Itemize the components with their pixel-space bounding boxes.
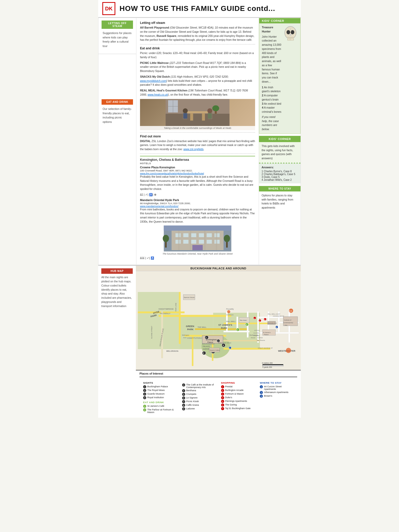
kids-corner-right-text: This gets kids involved with the sights,… (259, 142, 301, 163)
svg-rect-2 (185, 111, 210, 113)
shop-1-name: Prestat (225, 385, 233, 388)
find-out-more-para: DIGITAL ZSL London Zoo's interactive web… (140, 139, 255, 151)
shop-3: 3 Fortnum & Mason (221, 393, 255, 396)
eat-drink-waitrose: PICNIC Little Waitrose (227–233 Tottenha… (140, 61, 255, 73)
shop-4-num: 4 (221, 396, 224, 399)
svg-text:Traf.: Traf. (289, 310, 292, 312)
stay-3-name: Brown's (264, 395, 272, 397)
svg-rect-75 (289, 311, 290, 343)
sight-3-name: Guards Museum (147, 393, 165, 395)
map-title: BUCKINGHAM PALACE AND AROUND (136, 266, 301, 271)
svg-rect-27 (199, 240, 204, 244)
kids-corner-right-header: KIDS' CORNER (259, 136, 301, 142)
sight2-8-num: 8 (182, 404, 185, 407)
svg-text:PALL MALL: PALL MALL (226, 321, 236, 322)
map-visual: HYDE PARK GREEN PARK ST JAMES'S PARK BUC… (136, 271, 301, 370)
sight2-3-num: 3 (182, 383, 185, 387)
hotel1-link[interactable]: www.ihg.com/crowneplaza/hotels/gb/en/lon… (140, 172, 204, 175)
svg-rect-25 (183, 240, 189, 244)
svg-point-149 (286, 348, 291, 353)
answer-4: 4 Jonathan Wild's, Case 2 (262, 178, 298, 181)
heals-image-caption: Taking a break in the comfortable surrou… (140, 126, 255, 130)
kids-corner-center-box: KIDS' CORNER Treasure Hunter John Hunter… (259, 18, 301, 134)
sight2-6-num: 6 (182, 396, 185, 400)
answer-2: 2 Charles Babbage's, Case 5 (262, 173, 298, 176)
sight2-5: 5 Crumpets (182, 393, 216, 396)
where-to-stay-section: WHERE TO STAY Options for places to stay… (259, 183, 301, 212)
kensington-title: Kensington, Chelsea & Battersea (140, 158, 255, 162)
divider-2 (140, 132, 255, 132)
sidebar-spacer (98, 55, 136, 97)
letting-off-steam-section: LETTING OFF STEAM Suggestions for places… (98, 18, 136, 53)
eat-drink-heals: REAL MEAL Heal's Gourmet Kitchen (196 To… (140, 89, 255, 97)
letting-off-steam-para: Alf Barrett Playground (Old Gloucester S… (140, 26, 255, 42)
svg-text:COCKSPUR ST: COCKSPUR ST (273, 315, 284, 317)
svg-text:Spencer House: Spencer House (184, 297, 195, 298)
eatdrink-1-num: 1 (143, 405, 146, 408)
page-title: HOW TO USE THIS FAMILY GUIDE contd... (119, 4, 275, 13)
shop-4: 4 Duke's (221, 396, 255, 399)
eat-drink-heading: Eat and drink (140, 46, 255, 50)
eatdrink-2-num: 2 (143, 408, 146, 411)
sight2-5-name: Crumpets (186, 393, 196, 395)
svg-point-42 (291, 30, 294, 34)
shop-1: 1 Prestat (221, 385, 255, 388)
sight2-7: 7 Picnic Kiosk (182, 400, 216, 403)
sight-3: 3 Guards Museum (143, 393, 177, 396)
sights-column2: 3 The Café at the Institute of Contempor… (182, 380, 216, 414)
svg-rect-47 (291, 38, 292, 40)
svg-point-94 (227, 310, 230, 313)
sight2-4-name: Benihana (186, 389, 196, 392)
shopping-label: SHOPPING (221, 381, 255, 384)
svg-text:PARK: PARK (221, 327, 228, 329)
shop-2-num: 2 (221, 389, 224, 392)
svg-point-49 (289, 34, 291, 36)
shop-7-name: Taj 51 Buckingham Gate (225, 407, 251, 410)
treasure-hint: If you need help, the case numbers are b… (262, 115, 281, 131)
letting-off-steam-label: LETTING OFF STEAM (102, 21, 133, 29)
svg-text:GREEN: GREEN (186, 325, 194, 328)
sight-3-num: 3 (143, 393, 146, 396)
where-to-stay-poi-label: WHERE TO STAY (260, 381, 294, 384)
map-row: HUB MAP All the main sights are plotted … (98, 266, 301, 418)
svg-text:Piccadilly: Piccadilly (226, 308, 234, 310)
places-of-interest-title: Places of Interest SIGHTS 1 Buckingham P… (136, 370, 301, 418)
svg-rect-20 (191, 233, 196, 237)
svg-rect-21 (199, 233, 204, 237)
svg-rect-69 (224, 331, 250, 332)
eatdrink-1-name: St James's Café (147, 405, 164, 407)
svg-rect-34 (216, 231, 217, 250)
map-left-sidebar: HUB MAP All the main sights are plotted … (98, 266, 136, 418)
stay-3: 3 Brown's (260, 395, 294, 398)
hotel2-symbols: £££ | ✓| ♿ (140, 256, 255, 260)
sight-4: 4 Royal Institution (143, 396, 177, 399)
svg-rect-32 (190, 231, 191, 250)
center-column: Letting off steam Alf Barrett Playground… (136, 18, 259, 265)
kids-corner-answers: Answers: 1 Charles Byrne's, Case 8 2 Cha… (259, 163, 301, 183)
hotel2-desc: From mini bathrobes, books and crayons t… (140, 208, 255, 224)
svg-point-9 (207, 108, 212, 113)
svg-rect-62 (192, 335, 194, 366)
shop-2: 2 Burlington Arcade (221, 389, 255, 392)
skull-svg (283, 25, 298, 44)
svg-text:SLOANE STREET: SLOANE STREET (151, 326, 152, 339)
kids-corner-right-section: KIDS' CORNER This gets kids involved wit… (259, 136, 301, 183)
sight2-9-num: 9 (182, 407, 185, 410)
svg-rect-35 (164, 225, 231, 231)
svg-text:BIRDCAGE WALK: BIRDCAGE WALK (218, 342, 231, 344)
hotel1-desc: Probably the best-value hotel in Kensing… (140, 175, 255, 191)
hotel-image-caption: The luxurious Mandarin Oriental, near Hy… (140, 252, 255, 256)
sight2-9-name: Laduree (186, 407, 195, 410)
svg-text:Marlborough: Marlborough (250, 334, 258, 336)
svg-text:Palace: Palace (208, 341, 213, 343)
hotel2-link[interactable]: www.mandarinoriental.com/london/ (140, 205, 178, 208)
right-sidebar: KIDS' CORNER Treasure Hunter John Hunter… (259, 18, 301, 265)
stay-3-num: 3 (260, 395, 263, 398)
places-of-interest: SIGHTS 1 Buckingham Palace 2 The Royal M… (139, 377, 297, 417)
dk-logo: DK (102, 2, 115, 15)
hotel2-name: Mandarin Oriental Hyde Park (140, 198, 255, 202)
sight2-7-num: 7 (182, 400, 185, 403)
svg-text:Ritz Hotel: Ritz Hotel (240, 320, 247, 321)
svg-text:Cabinet: Cabinet (257, 337, 263, 338)
shop-6-num: 6 (221, 403, 224, 407)
